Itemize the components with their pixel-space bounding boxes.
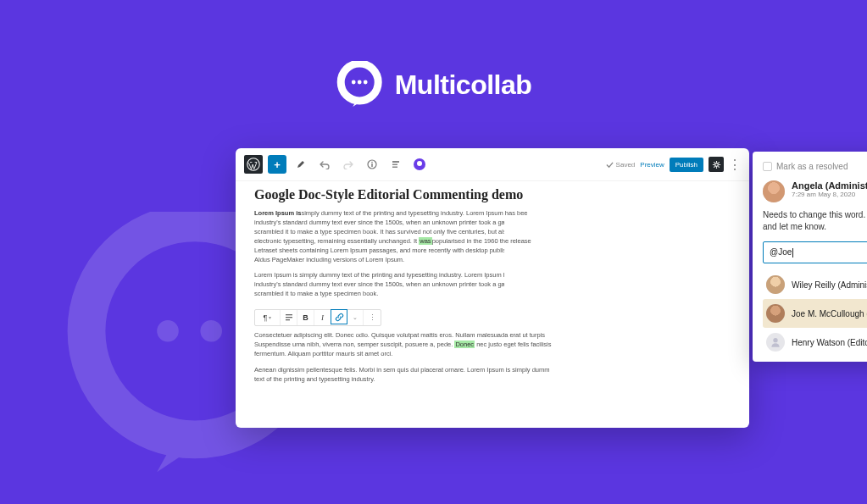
svg-point-4 [351,80,355,85]
svg-rect-13 [392,167,397,169]
paragraph-type-icon[interactable]: ¶ ▾ [255,310,281,325]
svg-rect-17 [286,319,290,320]
outline-icon[interactable] [386,155,405,174]
mention-option[interactable]: Henry Watson (Editor) [763,328,867,357]
brand-name: Multicollab [395,69,532,101]
svg-point-9 [371,162,373,163]
mention-dropdown: Wiley Reilly (Administrator) Joe M. McCu… [763,270,867,357]
resolve-label: Mark as a resolved [776,162,848,171]
editor-window: + Saved Preview Publish ⋮ G [236,148,749,428]
svg-rect-15 [286,314,292,315]
comment-body: Needs to change this word. Kindly check … [763,209,867,233]
svg-point-5 [357,80,361,85]
paragraph-3[interactable]: Consectetuer adipiscing elit. Donec odio… [254,331,731,359]
svg-point-19 [773,338,777,342]
multicollab-icon[interactable] [410,155,429,174]
svg-point-1 [157,320,179,342]
svg-point-6 [363,80,367,85]
document-body: Google Doc-Style Editorial Commenting de… [236,181,749,399]
settings-gear-icon[interactable] [709,157,724,172]
comment-author: Angela (Administrator) [792,180,867,191]
avatar-placeholder-icon [766,333,785,352]
brand-logo [336,61,383,108]
svg-rect-11 [392,161,399,163]
publish-button[interactable]: Publish [670,158,703,172]
highlighted-word[interactable]: was [419,237,431,245]
svg-rect-10 [371,163,372,167]
add-block-button[interactable]: + [268,155,286,174]
preview-button[interactable]: Preview [640,161,664,169]
align-icon[interactable] [281,310,297,325]
post-title[interactable]: Google Doc-Style Editorial Commenting de… [254,185,731,204]
editor-topbar: + Saved Preview Publish ⋮ [236,148,749,181]
block-more-icon[interactable]: ⋮ [364,310,381,325]
paragraph-4[interactable]: Aenean dignissim pellentesque felis. Mor… [254,366,731,385]
info-icon[interactable] [363,155,381,174]
svg-rect-12 [392,164,397,166]
chevron-down-icon[interactable]: ⌄ [347,310,364,325]
svg-point-2 [200,320,222,342]
wordpress-logo[interactable] [244,155,263,174]
mention-option[interactable]: Joe M. McCullough (Editor) [763,299,867,328]
svg-point-14 [714,163,718,166]
comment-timestamp: 7:29 am May 8, 2020 [792,191,867,198]
comment-panel: Mark as a resolved Angela (Administrator… [753,152,867,362]
resolve-checkbox[interactable] [763,162,772,171]
reply-input[interactable]: @Joe [763,241,867,263]
italic-icon[interactable]: I [314,310,331,325]
save-status: Saved [606,161,636,169]
avatar [763,180,785,202]
svg-rect-16 [286,317,292,318]
check-icon [606,161,614,169]
paragraph-1[interactable]: Lorem Ipsum is simply dummy text of the … [254,209,731,264]
more-menu-icon[interactable]: ⋮ [729,157,741,173]
mention-option[interactable]: Wiley Reilly (Administrator) [763,270,867,299]
paragraph-2[interactable]: Lorem Ipsum is simply dummy text of the … [254,271,731,299]
comment-author-row: Angela (Administrator) 7:29 am May 8, 20… [763,180,867,202]
link-icon[interactable] [331,309,347,324]
brand-lockup: Multicollab [336,61,532,108]
block-toolbar: ¶ ▾ B I ⌄ ⋮ [254,309,381,326]
highlighted-word[interactable]: Donec [454,341,475,348]
undo-icon[interactable] [315,155,334,174]
avatar [766,304,785,323]
redo-icon[interactable] [339,155,358,174]
avatar [766,275,785,294]
edit-mode-icon[interactable] [292,155,310,174]
bold-icon[interactable]: B [297,310,314,325]
